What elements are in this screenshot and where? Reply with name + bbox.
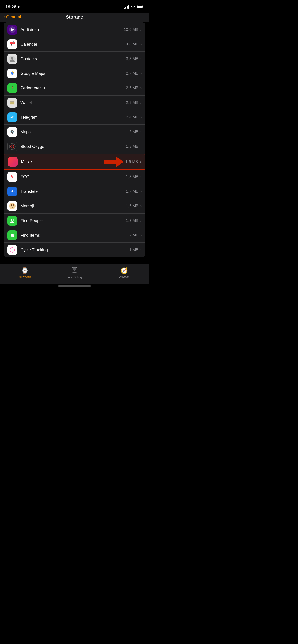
cycletracking-name: Cycle Tracking	[21, 248, 129, 252]
list-item-googlemaps[interactable]: Google Maps2,7 MB›	[4, 66, 145, 81]
finditems-name: Find Items	[21, 233, 126, 238]
spacer	[0, 257, 149, 260]
ecg-icon	[8, 172, 17, 182]
contacts-size: 3,5 MB	[126, 56, 139, 61]
music-icon: ♪	[8, 157, 18, 167]
list-item-music[interactable]: ♪Music1,9 MB›	[4, 154, 145, 170]
pedometer-name: Pedometer++	[21, 86, 126, 91]
list-item-contacts[interactable]: Contacts3,5 MB›	[4, 52, 145, 66]
list-item-audioteka[interactable]: Audioteka10,6 MB›	[4, 22, 145, 37]
list-item-pedometer[interactable]: 🚶Pedometer++2,6 MB›	[4, 81, 145, 96]
pedometer-icon: 🚶	[8, 83, 17, 93]
home-indicator	[0, 284, 149, 288]
telegram-name: Telegram	[21, 115, 126, 120]
list-item-maps[interactable]: Maps2 MB›	[4, 125, 145, 139]
wallet-size: 2,5 MB	[126, 100, 139, 105]
contacts-icon	[8, 54, 17, 64]
svg-point-29	[9, 203, 16, 209]
svg-point-36	[13, 219, 14, 221]
tab-mywatch[interactable]: ⌚ My Watch	[0, 267, 50, 278]
back-button[interactable]: ‹ General	[4, 14, 21, 20]
wifi-icon	[131, 5, 135, 9]
telegram-size: 2,4 MB	[126, 115, 139, 120]
translate-name: Translate	[21, 189, 126, 194]
contacts-name: Contacts	[21, 56, 126, 62]
list-item-findpeople[interactable]: Find People1,2 MB›	[4, 214, 145, 228]
contacts-chevron: ›	[140, 57, 142, 61]
memoji-icon	[8, 201, 17, 211]
memoji-name: Memoji	[21, 204, 126, 209]
svg-text:♪: ♪	[12, 160, 14, 164]
finditems-chevron: ›	[140, 233, 142, 238]
list-item-memoji[interactable]: Memoji1,6 MB›	[4, 199, 145, 214]
time-display: 19:28	[6, 5, 16, 10]
svg-point-48	[14, 250, 15, 250]
calendar-size: 4,8 MB	[126, 42, 139, 46]
svg-text:12: 12	[11, 44, 14, 46]
audioteka-name: Audioteka	[21, 27, 124, 32]
list-item-finditems[interactable]: Find Items1,2 MB›	[4, 228, 145, 243]
svg-rect-53	[75, 270, 76, 271]
tab-discover[interactable]: 🧭 Discover	[99, 267, 149, 278]
bloodoxygen-chevron: ›	[140, 144, 142, 148]
list-item-translate[interactable]: AあTranslate1,7 MB›	[4, 184, 145, 199]
discover-label: Discover	[119, 275, 130, 278]
battery-icon	[137, 5, 143, 9]
music-chevron: ›	[140, 160, 141, 164]
cycletracking-chevron: ›	[140, 248, 142, 252]
findpeople-icon	[8, 216, 17, 226]
pedometer-chevron: ›	[140, 86, 142, 90]
audioteka-size: 10,6 MB	[124, 27, 138, 32]
svg-rect-52	[73, 270, 74, 271]
list-item-ecg[interactable]: ECG1,8 MB›	[4, 170, 145, 184]
status-icons	[124, 5, 143, 9]
audioteka-chevron: ›	[140, 28, 142, 32]
list-item-wallet[interactable]: Wallet2,5 MB›	[4, 96, 145, 110]
bloodoxygen-size: 1,9 MB	[126, 144, 139, 149]
telegram-chevron: ›	[140, 115, 142, 120]
page-title: Storage	[66, 14, 83, 20]
status-bar: 19:28 ➤	[0, 0, 149, 12]
wallet-name: Wallet	[21, 100, 126, 105]
svg-point-32	[11, 204, 12, 206]
svg-point-45	[12, 247, 13, 248]
back-chevron-icon: ‹	[4, 14, 5, 20]
ecg-chevron: ›	[140, 175, 142, 179]
ecg-size: 1,8 MB	[126, 174, 139, 179]
svg-rect-1	[137, 6, 142, 8]
svg-rect-8	[11, 42, 11, 43]
app-list: Audioteka10,6 MB›12Calendar4,8 MB›Contac…	[4, 22, 145, 257]
memoji-chevron: ›	[140, 204, 142, 208]
findpeople-size: 1,2 MB	[126, 218, 139, 223]
audioteka-icon	[8, 25, 17, 34]
calendar-icon: 12	[8, 40, 17, 49]
calendar-chevron: ›	[140, 42, 142, 46]
svg-text:あ: あ	[13, 190, 16, 193]
list-item-calendar[interactable]: 12Calendar4,8 MB›	[4, 37, 145, 52]
svg-point-11	[11, 57, 14, 59]
list-item-cycletracking[interactable]: Cycle Tracking1 MB›	[4, 243, 145, 257]
svg-point-39	[11, 234, 12, 234]
svg-rect-50	[73, 268, 74, 270]
pedometer-size: 2,6 MB	[126, 86, 139, 90]
maps-chevron: ›	[140, 130, 142, 134]
facegallery-icon	[71, 266, 78, 275]
back-label: General	[6, 14, 21, 20]
music-name: Music	[21, 160, 104, 164]
svg-point-35	[11, 219, 12, 221]
finditems-size: 1,2 MB	[126, 233, 139, 238]
svg-point-41	[11, 236, 12, 237]
svg-point-46	[12, 252, 13, 253]
svg-rect-9	[13, 42, 14, 43]
googlemaps-chevron: ›	[140, 72, 142, 76]
svg-rect-16	[10, 101, 15, 102]
tab-facegallery[interactable]: Face Gallery	[50, 266, 99, 279]
location-icon: ➤	[18, 5, 21, 9]
discover-icon: 🧭	[120, 267, 128, 274]
status-time: 19:28 ➤	[6, 5, 21, 10]
translate-icon: Aあ	[8, 186, 17, 196]
memoji-size: 1,6 MB	[126, 204, 139, 208]
bloodoxygen-name: Blood Oxygen	[21, 144, 126, 149]
list-item-telegram[interactable]: Telegram2,4 MB›	[4, 110, 145, 125]
list-item-bloodoxygen[interactable]: Blood Oxygen1,9 MB›	[4, 139, 145, 154]
